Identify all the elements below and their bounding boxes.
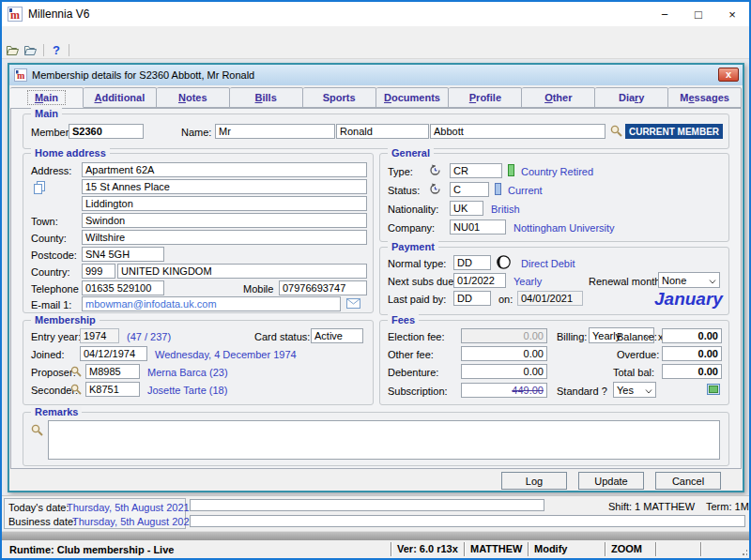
mobile-input[interactable] (279, 280, 367, 295)
millennia-logo-icon: m (8, 7, 23, 22)
country-code-input[interactable] (82, 264, 115, 279)
address-line3-input[interactable] (82, 196, 367, 211)
remarks-search-icon[interactable] (31, 424, 43, 436)
minimize-button[interactable]: − (648, 2, 682, 26)
card-status-label: Card status: (254, 329, 310, 344)
update-button[interactable]: Update (578, 472, 644, 490)
entry-year-label: Entry year: (31, 329, 81, 344)
proposer-input[interactable] (85, 364, 140, 379)
statement-icon[interactable] (707, 384, 720, 395)
window-title: Millennia V6 (28, 8, 89, 21)
name-title-input[interactable] (215, 124, 335, 139)
company-code-input[interactable] (450, 219, 506, 235)
surname-input[interactable] (430, 124, 605, 139)
member-input[interactable] (69, 124, 144, 139)
footer-field-1[interactable] (190, 499, 544, 511)
tab-other[interactable]: Other (522, 87, 595, 108)
business-date-value: Thursday, 5th August 2021 (72, 514, 195, 529)
dialog-close-button[interactable]: x (718, 68, 739, 82)
tab-sports[interactable]: Sports (303, 87, 376, 108)
balance-label: Balance: (617, 329, 657, 344)
status-code-input[interactable] (450, 182, 489, 197)
last-paid-type-input[interactable] (453, 291, 491, 306)
next-subs-label: Next subs due: (388, 274, 456, 289)
entry-year-info: (47 / 237) (127, 329, 171, 344)
standard-select[interactable]: Yes (613, 382, 656, 398)
tab-notes[interactable]: Notes (157, 87, 230, 108)
county-input[interactable] (82, 230, 367, 245)
seconder-input[interactable] (85, 382, 140, 397)
resize-grip-icon[interactable] (738, 540, 749, 558)
country-name-input[interactable] (117, 264, 367, 279)
balance-input[interactable] (662, 328, 722, 343)
log-button[interactable]: Log (501, 472, 567, 490)
main-window: m Millennia V6 − □ × ? m Member (0, 0, 751, 560)
address-line1-input[interactable] (82, 162, 367, 177)
dialog-titlebar: m Membership details for S2360 Abbott, M… (9, 65, 743, 85)
next-subs-input[interactable] (453, 273, 506, 288)
open-folder-alt-icon[interactable] (23, 44, 38, 56)
home-address-group-title: Home address (31, 147, 110, 159)
footer-field-2[interactable] (190, 515, 745, 527)
status-bar: Runtime: Club membership - Live Ver: 6.0… (2, 540, 749, 558)
open-folder-icon[interactable] (6, 44, 20, 56)
window-controls: − □ × (648, 2, 749, 26)
email-label: E-mail 1: (31, 297, 71, 312)
card-status-input[interactable] (311, 328, 363, 343)
general-group-title: General (388, 147, 434, 159)
copy-address-icon[interactable] (33, 181, 46, 194)
email-input[interactable] (82, 296, 341, 311)
nationality-code-input[interactable] (450, 201, 483, 216)
debenture-input[interactable] (461, 364, 547, 379)
tab-additional[interactable]: Additional (84, 87, 157, 108)
cancel-button[interactable]: Cancel (655, 472, 721, 490)
status-description: Current (508, 183, 543, 198)
date-box: Today's date: Thursday, 5th August 2021 … (4, 498, 186, 529)
current-member-badge: CURRENT MEMBER (625, 124, 723, 139)
postcode-input[interactable] (82, 247, 164, 262)
svg-text:m: m (10, 8, 20, 22)
maximize-button[interactable]: □ (682, 2, 715, 26)
normal-type-input[interactable] (453, 255, 491, 270)
toolbar-separator (43, 44, 44, 56)
proposer-search-icon[interactable] (70, 366, 82, 377)
svg-text:m: m (17, 70, 25, 81)
total-balance-input[interactable] (662, 364, 722, 379)
telephone-input[interactable] (82, 280, 164, 295)
status-history-icon[interactable] (429, 183, 441, 195)
tab-messages[interactable]: Messages (668, 87, 742, 108)
renewal-month-select[interactable]: None (658, 272, 720, 288)
town-input[interactable] (82, 213, 367, 228)
joined-label: Joined: (31, 347, 64, 362)
tab-bills[interactable]: Bills (230, 87, 303, 108)
joined-input[interactable] (80, 346, 147, 361)
forename-input[interactable] (336, 124, 429, 139)
last-paid-label: Last paid by: (388, 292, 446, 307)
status-cell-ver-6-0-r13x: Ver: 6.0 r13x (392, 540, 464, 558)
direct-debit-icon (497, 255, 511, 269)
tab-main[interactable]: Main (10, 87, 84, 108)
seconder-search-icon[interactable] (70, 384, 82, 395)
type-history-icon[interactable] (429, 164, 441, 176)
remarks-textarea[interactable] (48, 420, 720, 460)
member-search-icon[interactable] (610, 125, 622, 137)
tab-diary[interactable]: Diary (595, 87, 668, 108)
overdue-input[interactable] (662, 346, 722, 361)
address-line2-input[interactable] (82, 179, 367, 194)
help-icon[interactable]: ? (50, 43, 63, 57)
tab-profile[interactable]: Profile (449, 87, 522, 108)
close-button[interactable]: × (715, 2, 749, 26)
on-label: on: (498, 292, 513, 307)
remarks-group-title: Remarks (31, 406, 82, 418)
divider-bar (2, 531, 749, 540)
type-code-input[interactable] (450, 163, 502, 178)
last-paid-date-input[interactable] (517, 291, 583, 306)
tab-documents[interactable]: Documents (376, 87, 450, 108)
entry-year-input[interactable] (80, 328, 119, 343)
tab-strip: MainAdditionalNotesBillsSportsDocumentsP… (10, 87, 742, 108)
envelope-icon[interactable] (346, 298, 360, 309)
status-cell-modify: Modify (529, 540, 605, 558)
subscription-input[interactable] (461, 383, 547, 398)
other-fee-input[interactable] (461, 346, 547, 361)
member-label: Member (31, 125, 69, 140)
